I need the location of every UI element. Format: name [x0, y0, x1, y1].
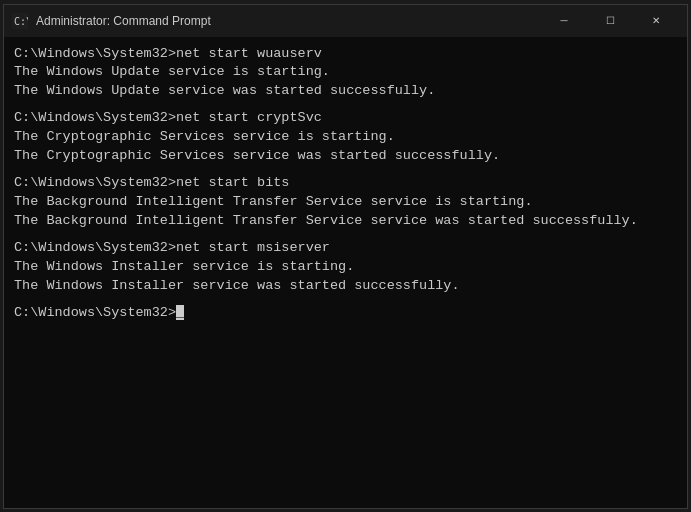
titlebar: C:\ Administrator: Command Prompt ─ ☐ ✕	[4, 5, 687, 37]
minimize-button[interactable]: ─	[541, 5, 587, 37]
terminal-output-line: The Background Intelligent Transfer Serv…	[14, 193, 677, 212]
svg-text:C:\: C:\	[14, 16, 28, 27]
terminal-body[interactable]: C:\Windows\System32>net start wuauservTh…	[4, 37, 687, 508]
terminal-prompt-line: C:\Windows\System32>net start cryptSvc	[14, 109, 677, 128]
terminal-output-line: The Cryptographic Services service is st…	[14, 128, 677, 147]
terminal-prompt-line: C:\Windows\System32>net start wuauserv	[14, 45, 677, 64]
terminal-cursor-line: C:\Windows\System32>_	[14, 304, 677, 323]
terminal-output-line: The Windows Installer service was starte…	[14, 277, 677, 296]
terminal-output-line: The Background Intelligent Transfer Serv…	[14, 212, 677, 231]
window-title: Administrator: Command Prompt	[36, 14, 541, 28]
close-button[interactable]: ✕	[633, 5, 679, 37]
maximize-button[interactable]: ☐	[587, 5, 633, 37]
terminal-output-line: The Cryptographic Services service was s…	[14, 147, 677, 166]
cmd-icon: C:\	[12, 13, 28, 29]
window-controls: ─ ☐ ✕	[541, 5, 679, 37]
cmd-window: C:\ Administrator: Command Prompt ─ ☐ ✕ …	[3, 4, 688, 509]
terminal-output-line: The Windows Installer service is startin…	[14, 258, 677, 277]
terminal-output-line: The Windows Update service is starting.	[14, 63, 677, 82]
terminal-prompt-line: C:\Windows\System32>net start bits	[14, 174, 677, 193]
terminal-prompt-line: C:\Windows\System32>net start msiserver	[14, 239, 677, 258]
terminal-output-line: The Windows Update service was started s…	[14, 82, 677, 101]
